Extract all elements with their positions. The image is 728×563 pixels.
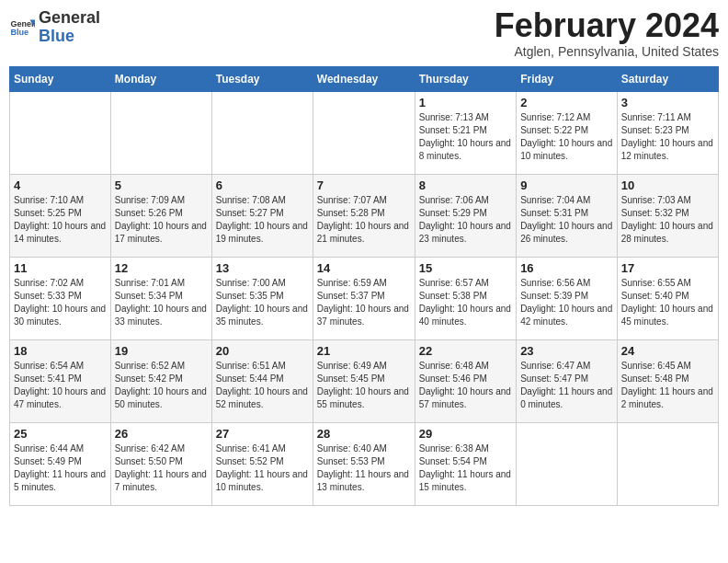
- day-cell: 1Sunrise: 7:13 AMSunset: 5:21 PMDaylight…: [415, 92, 516, 175]
- day-number: 23: [520, 344, 613, 358]
- day-cell: [10, 92, 111, 175]
- day-cell: 15Sunrise: 6:57 AMSunset: 5:38 PMDayligh…: [415, 258, 516, 340]
- day-cell: [617, 423, 718, 506]
- page-header: General Blue General Blue February 2024 …: [9, 9, 719, 59]
- day-cell: 22Sunrise: 6:48 AMSunset: 5:46 PMDayligh…: [415, 340, 516, 423]
- logo: General Blue General Blue: [9, 9, 100, 46]
- day-cell: [110, 92, 211, 175]
- day-info: Sunrise: 6:38 AMSunset: 5:54 PMDaylight:…: [419, 442, 512, 494]
- page-subtitle: Atglen, Pennsylvania, United States: [495, 44, 719, 59]
- day-info: Sunrise: 7:11 AMSunset: 5:23 PMDaylight:…: [621, 111, 714, 163]
- day-cell: 6Sunrise: 7:08 AMSunset: 5:27 PMDaylight…: [211, 175, 313, 258]
- day-number: 16: [520, 261, 613, 275]
- day-cell: 3Sunrise: 7:11 AMSunset: 5:23 PMDaylight…: [617, 92, 718, 175]
- day-number: 17: [621, 261, 714, 275]
- day-cell: 13Sunrise: 7:00 AMSunset: 5:35 PMDayligh…: [211, 258, 313, 340]
- day-number: 25: [14, 427, 107, 441]
- day-info: Sunrise: 6:49 AMSunset: 5:45 PMDaylight:…: [317, 360, 411, 411]
- svg-text:Blue: Blue: [10, 28, 28, 37]
- day-cell: 21Sunrise: 6:49 AMSunset: 5:45 PMDayligh…: [313, 340, 415, 423]
- day-number: 15: [419, 261, 512, 275]
- day-number: 18: [14, 344, 107, 358]
- day-cell: 29Sunrise: 6:38 AMSunset: 5:54 PMDayligh…: [415, 423, 516, 506]
- day-cell: 17Sunrise: 6:55 AMSunset: 5:40 PMDayligh…: [617, 258, 718, 340]
- day-cell: 19Sunrise: 6:52 AMSunset: 5:42 PMDayligh…: [110, 340, 211, 423]
- logo-text: General Blue: [39, 9, 100, 46]
- day-info: Sunrise: 6:56 AMSunset: 5:39 PMDaylight:…: [520, 277, 613, 328]
- header-sunday: Sunday: [10, 67, 111, 92]
- day-number: 12: [115, 261, 208, 275]
- day-number: 24: [621, 344, 714, 358]
- day-cell: [313, 92, 415, 175]
- day-number: 9: [520, 178, 613, 192]
- day-info: Sunrise: 6:45 AMSunset: 5:48 PMDaylight:…: [621, 360, 714, 411]
- header-saturday: Saturday: [617, 67, 718, 92]
- day-number: 7: [317, 178, 411, 192]
- day-info: Sunrise: 7:09 AMSunset: 5:26 PMDaylight:…: [115, 194, 208, 246]
- week-row-2: 4Sunrise: 7:10 AMSunset: 5:25 PMDaylight…: [10, 175, 719, 258]
- week-row-3: 11Sunrise: 7:02 AMSunset: 5:33 PMDayligh…: [10, 258, 719, 340]
- day-number: 10: [621, 178, 714, 192]
- page-title: February 2024: [495, 9, 719, 42]
- day-cell: 16Sunrise: 6:56 AMSunset: 5:39 PMDayligh…: [517, 258, 618, 340]
- day-cell: 5Sunrise: 7:09 AMSunset: 5:26 PMDaylight…: [110, 175, 211, 258]
- day-info: Sunrise: 7:13 AMSunset: 5:21 PMDaylight:…: [419, 111, 512, 163]
- day-cell: 4Sunrise: 7:10 AMSunset: 5:25 PMDaylight…: [10, 175, 111, 258]
- day-info: Sunrise: 6:59 AMSunset: 5:37 PMDaylight:…: [317, 277, 411, 328]
- day-cell: 24Sunrise: 6:45 AMSunset: 5:48 PMDayligh…: [617, 340, 718, 423]
- day-cell: 11Sunrise: 7:02 AMSunset: 5:33 PMDayligh…: [10, 258, 111, 340]
- day-cell: 2Sunrise: 7:12 AMSunset: 5:22 PMDaylight…: [517, 92, 618, 175]
- day-number: 4: [14, 178, 107, 192]
- day-cell: 26Sunrise: 6:42 AMSunset: 5:50 PMDayligh…: [110, 423, 211, 506]
- day-cell: 23Sunrise: 6:47 AMSunset: 5:47 PMDayligh…: [517, 340, 618, 423]
- day-info: Sunrise: 6:41 AMSunset: 5:52 PMDaylight:…: [216, 442, 309, 494]
- day-info: Sunrise: 7:12 AMSunset: 5:22 PMDaylight:…: [520, 111, 613, 163]
- day-info: Sunrise: 6:51 AMSunset: 5:44 PMDaylight:…: [216, 360, 309, 411]
- day-cell: 25Sunrise: 6:44 AMSunset: 5:49 PMDayligh…: [10, 423, 111, 506]
- day-cell: 8Sunrise: 7:06 AMSunset: 5:29 PMDaylight…: [415, 175, 516, 258]
- day-number: 6: [216, 178, 309, 192]
- day-number: 19: [115, 344, 208, 358]
- week-row-5: 25Sunrise: 6:44 AMSunset: 5:49 PMDayligh…: [10, 423, 719, 506]
- day-number: 22: [419, 344, 512, 358]
- day-number: 13: [216, 261, 309, 275]
- day-cell: 10Sunrise: 7:03 AMSunset: 5:32 PMDayligh…: [617, 175, 718, 258]
- day-info: Sunrise: 7:01 AMSunset: 5:34 PMDaylight:…: [115, 277, 208, 328]
- day-number: 5: [115, 178, 208, 192]
- day-info: Sunrise: 7:10 AMSunset: 5:25 PMDaylight:…: [14, 194, 107, 246]
- title-block: February 2024 Atglen, Pennsylvania, Unit…: [495, 9, 719, 59]
- day-info: Sunrise: 7:07 AMSunset: 5:28 PMDaylight:…: [317, 194, 411, 246]
- header-wednesday: Wednesday: [313, 67, 415, 92]
- header-monday: Monday: [110, 67, 211, 92]
- day-number: 29: [419, 427, 512, 441]
- day-info: Sunrise: 6:44 AMSunset: 5:49 PMDaylight:…: [14, 442, 107, 494]
- day-info: Sunrise: 6:54 AMSunset: 5:41 PMDaylight:…: [14, 360, 107, 411]
- day-info: Sunrise: 6:48 AMSunset: 5:46 PMDaylight:…: [419, 360, 512, 411]
- logo-icon: General Blue: [9, 15, 35, 40]
- calendar-table: SundayMondayTuesdayWednesdayThursdayFrid…: [9, 66, 719, 506]
- day-info: Sunrise: 7:04 AMSunset: 5:31 PMDaylight:…: [520, 194, 613, 246]
- day-number: 20: [216, 344, 309, 358]
- day-info: Sunrise: 6:47 AMSunset: 5:47 PMDaylight:…: [520, 360, 613, 411]
- day-number: 3: [621, 96, 714, 109]
- day-info: Sunrise: 7:06 AMSunset: 5:29 PMDaylight:…: [419, 194, 512, 246]
- day-number: 26: [115, 427, 208, 441]
- day-cell: [211, 92, 313, 175]
- calendar-header-row: SundayMondayTuesdayWednesdayThursdayFrid…: [10, 67, 719, 92]
- day-info: Sunrise: 6:55 AMSunset: 5:40 PMDaylight:…: [621, 277, 714, 328]
- day-cell: 18Sunrise: 6:54 AMSunset: 5:41 PMDayligh…: [10, 340, 111, 423]
- header-friday: Friday: [517, 67, 618, 92]
- day-info: Sunrise: 7:02 AMSunset: 5:33 PMDaylight:…: [14, 277, 107, 328]
- week-row-4: 18Sunrise: 6:54 AMSunset: 5:41 PMDayligh…: [10, 340, 719, 423]
- day-info: Sunrise: 6:52 AMSunset: 5:42 PMDaylight:…: [115, 360, 208, 411]
- header-thursday: Thursday: [415, 67, 516, 92]
- header-tuesday: Tuesday: [211, 67, 313, 92]
- day-info: Sunrise: 7:08 AMSunset: 5:27 PMDaylight:…: [216, 194, 309, 246]
- day-cell: 27Sunrise: 6:41 AMSunset: 5:52 PMDayligh…: [211, 423, 313, 506]
- day-number: 28: [317, 427, 411, 441]
- day-cell: 20Sunrise: 6:51 AMSunset: 5:44 PMDayligh…: [211, 340, 313, 423]
- day-cell: 7Sunrise: 7:07 AMSunset: 5:28 PMDaylight…: [313, 175, 415, 258]
- day-cell: 12Sunrise: 7:01 AMSunset: 5:34 PMDayligh…: [110, 258, 211, 340]
- day-cell: 28Sunrise: 6:40 AMSunset: 5:53 PMDayligh…: [313, 423, 415, 506]
- day-info: Sunrise: 6:42 AMSunset: 5:50 PMDaylight:…: [115, 442, 208, 494]
